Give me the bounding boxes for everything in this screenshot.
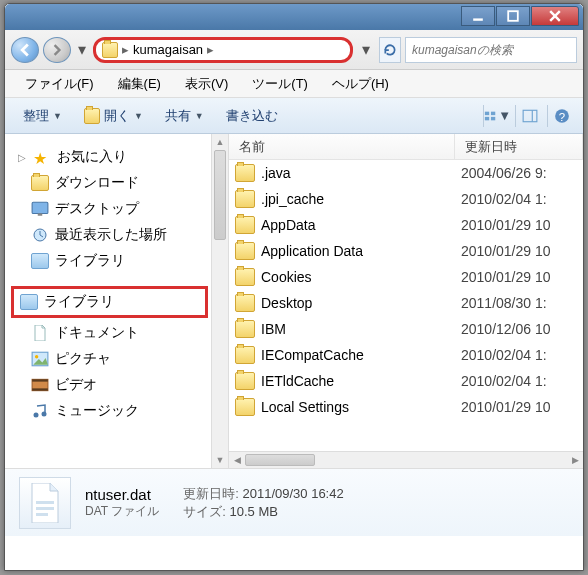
folder-icon bbox=[235, 216, 255, 234]
organize-button[interactable]: 整理▼ bbox=[13, 103, 72, 129]
close-button[interactable] bbox=[531, 6, 579, 26]
file-name: IETldCache bbox=[261, 373, 461, 389]
sidebar-downloads[interactable]: ダウンロード bbox=[5, 170, 228, 196]
file-row[interactable]: IBM2010/12/06 10 bbox=[229, 316, 583, 342]
sidebar-music[interactable]: ミュージック bbox=[5, 398, 228, 424]
titlebar bbox=[5, 4, 583, 30]
svg-point-20 bbox=[34, 413, 39, 418]
file-row[interactable]: Local Settings2010/01/29 10 bbox=[229, 394, 583, 420]
open-button[interactable]: 開く▼ bbox=[74, 103, 153, 129]
video-icon bbox=[31, 377, 49, 393]
file-date: 2010/01/29 10 bbox=[461, 399, 551, 415]
sidebar-item-label: お気に入り bbox=[57, 148, 127, 166]
preview-pane-button[interactable] bbox=[515, 105, 543, 127]
sidebar-recent[interactable]: 最近表示した場所 bbox=[5, 222, 228, 248]
folder-icon bbox=[235, 372, 255, 390]
minimize-button[interactable] bbox=[461, 6, 495, 26]
folder-icon bbox=[235, 268, 255, 286]
file-row[interactable]: IETldCache2010/02/04 1: bbox=[229, 368, 583, 394]
menu-tools[interactable]: ツール(T) bbox=[242, 72, 318, 96]
file-date: 2004/06/26 9: bbox=[461, 165, 547, 181]
file-name: .java bbox=[261, 165, 461, 181]
breadcrumb-dropdown[interactable]: ▾ bbox=[357, 40, 375, 59]
horizontal-scrollbar[interactable]: ◀ ▶ bbox=[229, 451, 583, 468]
file-name: AppData bbox=[261, 217, 461, 233]
file-row[interactable]: .jpi_cache2010/02/04 1: bbox=[229, 186, 583, 212]
sidebar-item-label: ライブラリ bbox=[44, 293, 114, 311]
file-name: Desktop bbox=[261, 295, 461, 311]
scroll-up-icon[interactable]: ▲ bbox=[212, 134, 228, 150]
scrollbar-thumb[interactable] bbox=[214, 150, 226, 240]
scrollbar-thumb[interactable] bbox=[245, 454, 315, 466]
details-filename: ntuser.dat bbox=[85, 486, 159, 503]
maximize-button[interactable] bbox=[496, 6, 530, 26]
help-button[interactable]: ? bbox=[547, 105, 575, 127]
column-name[interactable]: 名前 bbox=[229, 134, 455, 159]
recent-icon bbox=[31, 227, 49, 243]
menu-help[interactable]: ヘルプ(H) bbox=[322, 72, 399, 96]
svg-rect-19 bbox=[32, 388, 48, 390]
sidebar-pictures[interactable]: ピクチャ bbox=[5, 346, 228, 372]
folder-icon bbox=[235, 346, 255, 364]
refresh-button[interactable] bbox=[379, 37, 401, 63]
svg-rect-23 bbox=[36, 507, 54, 510]
file-name: .jpi_cache bbox=[261, 191, 461, 207]
breadcrumb-folder[interactable]: kumagaisan bbox=[133, 42, 203, 57]
burn-button[interactable]: 書き込む bbox=[216, 103, 288, 129]
menu-view[interactable]: 表示(V) bbox=[175, 72, 238, 96]
file-name: IBM bbox=[261, 321, 461, 337]
share-button[interactable]: 共有▼ bbox=[155, 103, 214, 129]
svg-rect-13 bbox=[38, 214, 43, 216]
sidebar-documents[interactable]: ドキュメント bbox=[5, 320, 228, 346]
svg-rect-5 bbox=[491, 111, 495, 114]
file-name: Cookies bbox=[261, 269, 461, 285]
back-button[interactable] bbox=[11, 37, 39, 63]
sidebar-item-label: ビデオ bbox=[55, 376, 97, 394]
file-date: 2010/12/06 10 bbox=[461, 321, 551, 337]
sidebar-desktop[interactable]: デスクトップ bbox=[5, 196, 228, 222]
sidebar-videos[interactable]: ビデオ bbox=[5, 372, 228, 398]
svg-rect-8 bbox=[523, 110, 537, 121]
sidebar-scrollbar[interactable]: ▲ ▼ bbox=[211, 134, 228, 468]
star-icon: ★ bbox=[33, 149, 51, 165]
history-dropdown[interactable]: ▾ bbox=[75, 40, 89, 60]
search-input[interactable] bbox=[405, 37, 577, 63]
file-name: Local Settings bbox=[261, 399, 461, 415]
desktop-icon bbox=[31, 201, 49, 217]
folder-icon bbox=[84, 108, 100, 124]
sidebar-favorites[interactable]: ▷ ★ お気に入り bbox=[5, 144, 228, 170]
folder-icon bbox=[235, 320, 255, 338]
sidebar-item-label: デスクトップ bbox=[55, 200, 139, 218]
details-modified-label: 更新日時: bbox=[183, 486, 239, 501]
file-name: IECompatCache bbox=[261, 347, 461, 363]
folder-icon bbox=[235, 190, 255, 208]
svg-rect-1 bbox=[508, 11, 518, 21]
view-mode-button[interactable]: ▼ bbox=[483, 105, 511, 127]
file-row[interactable]: IECompatCache2010/02/04 1: bbox=[229, 342, 583, 368]
file-row[interactable]: Desktop2011/08/30 1: bbox=[229, 290, 583, 316]
file-row[interactable]: Application Data2010/01/29 10 bbox=[229, 238, 583, 264]
column-modified[interactable]: 更新日時 bbox=[455, 134, 583, 159]
sidebar-item-label: ピクチャ bbox=[55, 350, 111, 368]
file-row[interactable]: AppData2010/01/29 10 bbox=[229, 212, 583, 238]
column-headers: 名前 更新日時 bbox=[229, 134, 583, 160]
details-size-value: 10.5 MB bbox=[229, 504, 277, 519]
details-modified-value: 2011/09/30 16:42 bbox=[242, 486, 343, 501]
scroll-right-icon[interactable]: ▶ bbox=[567, 452, 583, 468]
menu-edit[interactable]: 編集(E) bbox=[108, 72, 171, 96]
sidebar-item-label: ライブラリ bbox=[55, 252, 125, 270]
svg-rect-4 bbox=[485, 111, 489, 114]
breadcrumb-separator-icon: ▸ bbox=[122, 42, 129, 57]
sidebar-library-highlighted[interactable]: ライブラリ bbox=[11, 286, 208, 318]
file-row[interactable]: Cookies2010/01/29 10 bbox=[229, 264, 583, 290]
breadcrumb-separator-icon: ▸ bbox=[207, 42, 214, 57]
scroll-down-icon[interactable]: ▼ bbox=[212, 452, 228, 468]
forward-button[interactable] bbox=[43, 37, 71, 63]
menu-file[interactable]: ファイル(F) bbox=[15, 72, 104, 96]
scroll-left-icon[interactable]: ◀ bbox=[229, 452, 245, 468]
svg-text:?: ? bbox=[558, 110, 564, 122]
file-row[interactable]: .java2004/06/26 9: bbox=[229, 160, 583, 186]
svg-rect-12 bbox=[32, 202, 48, 213]
sidebar-library-top[interactable]: ライブラリ bbox=[5, 248, 228, 274]
breadcrumb[interactable]: ▸ kumagaisan ▸ bbox=[93, 37, 353, 63]
